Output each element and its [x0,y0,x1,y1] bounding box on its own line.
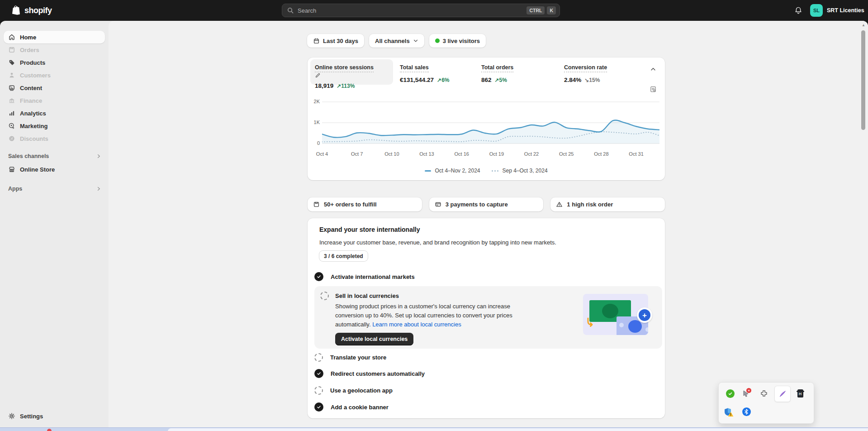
high-risk-order-button[interactable]: 1 high risk order [550,197,665,211]
edit-pencil-icon[interactable] [315,72,377,78]
error-badge: × [746,388,751,393]
defender-warning-icon[interactable] [723,407,733,417]
scrollbar-thumb[interactable] [861,30,865,130]
sidebar-item-orders[interactable]: Orders [4,43,105,56]
sidebar-item-home[interactable]: Home [4,31,105,43]
sidebar-item-online-store[interactable]: Online Store [4,163,105,176]
discount-badge-icon [8,135,15,142]
sidebar-item-marketing[interactable]: Marketing [4,120,105,132]
check-circle-icon [314,402,323,412]
collapse-chart-button[interactable] [648,64,659,75]
date-range-button[interactable]: Last 30 days [307,34,364,48]
scrollbar-up-arrow[interactable]: ▲ [861,23,866,28]
chevron-right-icon [96,153,101,159]
task-activate-international-markets[interactable]: Activate international markets [314,271,415,282]
section-description: Increase your customer base, revenue, an… [319,239,556,246]
sidebar-item-label: Analytics [20,110,46,117]
sidebar-item-label: Orders [20,47,39,53]
store-avatar: SL [810,4,823,17]
cursor-blocked-icon[interactable]: × [741,388,751,398]
chevron-right-icon [96,186,101,192]
task-description: Showing product prices in a customer's l… [335,302,534,329]
warning-triangle-icon [556,201,563,208]
kbd-k: K [547,6,556,14]
sales-channels-header[interactable]: Sales channels [8,150,101,163]
sidebar-item-discounts[interactable]: Discounts [4,132,105,145]
sidebar-item-finance[interactable]: Finance [4,94,105,107]
home-icon [8,34,15,41]
sidebar-item-content[interactable]: Content [4,81,105,94]
apps-header[interactable]: Apps [8,182,101,195]
orders-to-fulfill-button[interactable]: 50+ orders to fulfill [308,197,422,211]
sidebar-item-products[interactable]: Products [4,56,105,69]
stat-total-orders[interactable]: Total orders 862↗5% [481,63,513,83]
bluetooth-icon[interactable] [741,407,751,417]
learn-more-link[interactable]: Learn more about local currencies [372,321,461,328]
sidebar-item-label: Discounts [20,135,48,142]
section-title: Expand your store internationally [319,226,420,233]
sidebar: Home Orders Products Customers Content F… [0,21,109,427]
plus-icon: + [639,309,650,321]
taskbar-tab [168,428,868,431]
sidebar-item-label: Settings [20,413,43,420]
task-add-cookie-banner[interactable]: Add a cookie banner [314,402,389,412]
sidebar-item-settings[interactable]: Settings [4,410,105,422]
sidebar-item-label: Products [20,59,45,66]
stat-conversion-rate[interactable]: Conversion rate 2.84%↘15% [564,63,607,83]
dotted-line-swatch [492,170,498,172]
sidebar-item-label: Home [20,34,36,41]
shopify-logo[interactable]: shopify [12,0,52,21]
sidebar-item-label: Marketing [20,123,47,129]
tower-h-icon[interactable]: H [795,388,805,398]
chevron-up-icon [650,66,656,72]
plus-outline-icon[interactable] [759,388,769,398]
bar-chart-icon [8,110,15,117]
delta-up: ↗113% [337,83,355,89]
delta-down: ↘15% [584,77,600,83]
stat-online-store-sessions[interactable]: Online store sessions 18,919↗113% [315,63,377,89]
workspace: Home Orders Products Customers Content F… [0,21,868,427]
stat-total-sales[interactable]: Total sales €131,544.27↗6% [400,63,449,83]
bell-icon [794,6,802,14]
tag-icon [8,59,15,66]
sidebar-item-analytics[interactable]: Analytics [4,107,105,120]
topbar: shopify Search CTRL K SL SRT Licenties [0,0,868,21]
dashboard-filters: Last 30 days All channels 3 live visitor… [307,34,486,48]
sidebar-item-label: Content [20,85,42,91]
legend-current-period: Oct 4–Nov 2, 2024 [425,168,480,174]
notifications-button[interactable] [793,5,804,16]
live-visitors-button[interactable]: 3 live visitors [429,34,486,48]
sidebar-item-customers[interactable]: Customers [4,69,105,81]
shopify-bag-icon [12,5,21,16]
image-icon [8,84,15,91]
sidebar-item-label: Online Store [20,166,55,173]
task-redirect-customers[interactable]: Redirect customers automatically [314,368,425,379]
warning-badge [728,412,734,417]
bank-icon [8,97,15,104]
task-use-geolocation-app[interactable]: Use a geolocation app [314,385,393,396]
account-menu[interactable]: SL SRT Licenties [810,4,864,17]
chevron-down-icon [413,38,418,43]
activate-local-currencies-button[interactable]: Activate local currencies [335,333,413,345]
channel-filter-button[interactable]: All channels [369,34,424,48]
stylus-pen-icon[interactable] [778,389,787,399]
delta-up: ↗6% [437,77,449,83]
search-placeholder: Search [298,7,524,14]
orders-box-icon [313,201,320,208]
payment-card-icon [435,201,441,208]
task-translate-your-store[interactable]: Translate your store [314,352,386,363]
person-icon [8,72,15,79]
store-name: SRT Licenties [827,7,864,14]
antivirus-check-icon[interactable] [725,388,735,398]
taskbar-edge [0,427,868,431]
shopify-wordmark: shopify [24,6,52,15]
chart-legend: Oct 4–Nov 2, 2024 Sep 4–Oct 3, 2024 [308,168,665,174]
search-input[interactable]: Search CTRL K [282,4,560,17]
expand-internationally-card: Expand your store internationally Increa… [308,218,665,418]
add-currency-button[interactable]: + [637,307,652,323]
dashed-circle-icon[interactable] [320,292,329,300]
orders-icon [8,46,15,53]
storefront-icon [8,166,15,173]
action-buttons-row: 50+ orders to fulfill 3 payments to capt… [308,197,665,211]
payments-to-capture-button[interactable]: 3 payments to capture [429,197,544,211]
